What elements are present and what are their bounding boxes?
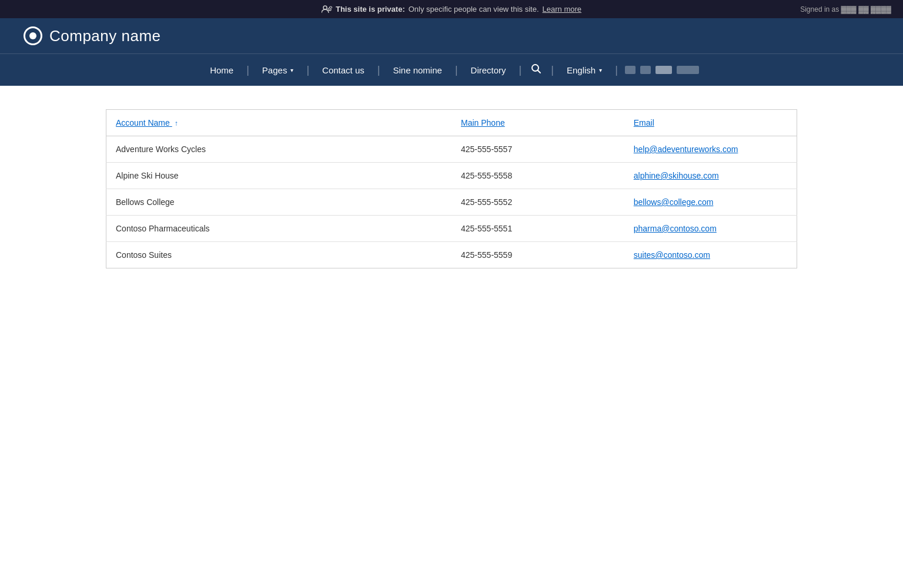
- nav-separator-2: |: [305, 64, 310, 76]
- nav-separator-7: |: [614, 64, 619, 76]
- nav-separator-3: |: [376, 64, 382, 76]
- top-banner: This site is private: Only specific peop…: [0, 0, 903, 18]
- svg-point-0: [323, 6, 327, 9]
- logo-icon-inner: [29, 32, 36, 39]
- search-icon: [531, 63, 541, 74]
- svg-line-4: [538, 70, 541, 73]
- account-name-cell: Alpine Ski House: [106, 163, 452, 189]
- nav-user-icon-1: [625, 66, 636, 74]
- table-row: Contoso Pharmaceuticals425-555-5551pharm…: [106, 216, 797, 242]
- directory-table-header: Account Name ↑ Main Phone Email: [106, 110, 797, 136]
- svg-rect-2: [329, 9, 330, 11]
- nav-search-button[interactable]: [523, 54, 550, 86]
- nav-item-home[interactable]: Home: [198, 56, 245, 85]
- email-cell: help@adeventureworks.com: [624, 136, 797, 163]
- table-row: Bellows College425-555-5552bellows@colle…: [106, 189, 797, 216]
- nav-item-directory[interactable]: Directory: [459, 56, 518, 85]
- account-name-cell: Contoso Suites: [106, 242, 452, 268]
- nav-item-pages[interactable]: Pages ▾: [250, 56, 306, 85]
- nav-separator-6: |: [550, 64, 555, 76]
- email-link[interactable]: alphine@skihouse.com: [634, 171, 719, 180]
- nav-item-english[interactable]: English ▾: [555, 56, 614, 85]
- directory-table: Account Name ↑ Main Phone Email Adventur…: [106, 109, 797, 268]
- email-link[interactable]: pharma@contoso.com: [634, 224, 717, 233]
- nav-item-contact[interactable]: Contact us: [310, 56, 376, 85]
- nav-user-icon-2: [640, 66, 651, 74]
- nav-item-sine-nomine[interactable]: Sine nomine: [381, 56, 453, 85]
- main-content: Account Name ↑ Main Phone Email Adventur…: [0, 86, 903, 292]
- column-header-account-name[interactable]: Account Name ↑: [106, 110, 452, 136]
- directory-table-body: Adventure Works Cycles425-555-5557help@a…: [106, 136, 797, 268]
- table-row: Contoso Suites425-555-5559suites@contoso…: [106, 242, 797, 268]
- site-logo: Company name: [24, 26, 161, 45]
- column-header-main-phone[interactable]: Main Phone: [452, 110, 624, 136]
- banner-content: This site is private: Only specific peop…: [322, 5, 581, 14]
- table-row: Adventure Works Cycles425-555-5557help@a…: [106, 136, 797, 163]
- signed-in-user: ▓▓▓ ▓▓ ▓▓▓▓: [841, 5, 891, 14]
- account-name-cell: Bellows College: [106, 189, 452, 216]
- email-cell: pharma@contoso.com: [624, 216, 797, 242]
- email-cell: bellows@college.com: [624, 189, 797, 216]
- email-cell: suites@contoso.com: [624, 242, 797, 268]
- signed-in-label: Signed in as ▓▓▓ ▓▓ ▓▓▓▓: [800, 5, 891, 14]
- banner-private-label: This site is private:: [336, 5, 405, 14]
- lock-people-icon: [322, 5, 332, 14]
- site-header: Company name: [0, 18, 903, 53]
- nav-user-icons: [619, 56, 705, 83]
- nav-separator-5: |: [518, 64, 523, 76]
- account-name-cell: Contoso Pharmaceuticals: [106, 216, 452, 242]
- nav-user-icon-3: [655, 66, 672, 74]
- sort-arrow-account-name: ↑: [175, 119, 178, 127]
- email-link[interactable]: help@adeventureworks.com: [634, 145, 738, 154]
- directory-header-row: Account Name ↑ Main Phone Email: [106, 110, 797, 136]
- account-name-cell: Adventure Works Cycles: [106, 136, 452, 163]
- column-header-email[interactable]: Email: [624, 110, 797, 136]
- site-title: Company name: [49, 27, 161, 45]
- main-phone-cell: 425-555-5551: [452, 216, 624, 242]
- nav-separator-1: |: [245, 64, 250, 76]
- learn-more-link[interactable]: Learn more: [543, 5, 581, 14]
- main-phone-cell: 425-555-5559: [452, 242, 624, 268]
- email-link[interactable]: suites@contoso.com: [634, 250, 710, 260]
- site-navigation: Home | Pages ▾ | Contact us | Sine nomin…: [0, 53, 903, 86]
- pages-dropdown-arrow: ▾: [290, 67, 293, 73]
- banner-private-text: Only specific people can view this site.: [409, 5, 539, 14]
- logo-icon: [24, 26, 42, 45]
- email-cell: alphine@skihouse.com: [624, 163, 797, 189]
- english-dropdown-arrow: ▾: [599, 67, 602, 73]
- email-link[interactable]: bellows@college.com: [634, 197, 714, 207]
- table-row: Alpine Ski House425-555-5558alphine@skih…: [106, 163, 797, 189]
- main-phone-cell: 425-555-5557: [452, 136, 624, 163]
- nav-user-icon-4: [677, 66, 699, 74]
- main-phone-cell: 425-555-5558: [452, 163, 624, 189]
- main-phone-cell: 425-555-5552: [452, 189, 624, 216]
- nav-separator-4: |: [454, 64, 459, 76]
